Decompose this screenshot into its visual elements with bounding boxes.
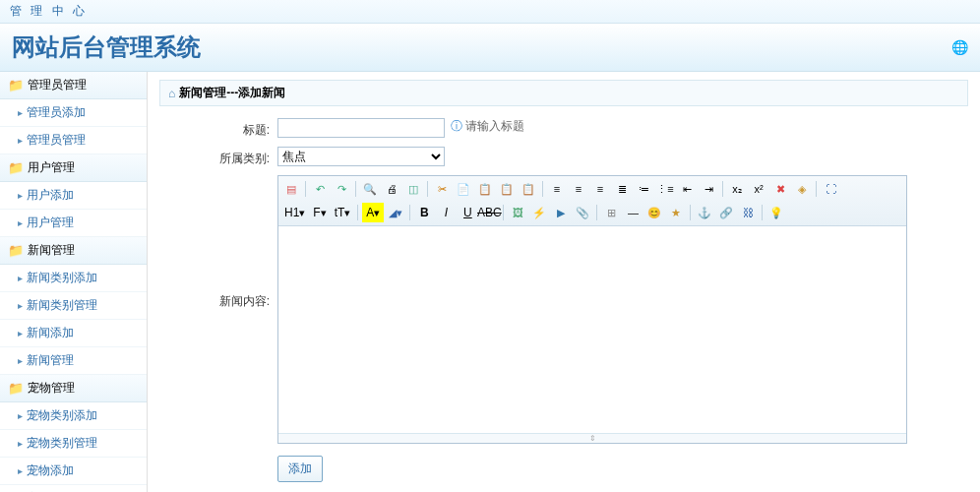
media-icon[interactable]: ▶: [551, 203, 571, 222]
emoji-icon[interactable]: 😊: [644, 203, 664, 222]
sidebar-item-user-add[interactable]: 用户添加: [0, 182, 147, 210]
sidebar-item-pet-manage[interactable]: 宠物管理: [0, 485, 147, 492]
category-select[interactable]: 焦点: [277, 147, 445, 166]
system-title: 网站后台管理系统: [12, 31, 201, 63]
fontsize-select[interactable]: tT▾: [332, 203, 354, 222]
fontfamily-select[interactable]: F▾: [310, 203, 329, 222]
sidebar-item-petcat-add[interactable]: 宠物类别添加: [0, 402, 147, 430]
bgcolor-select[interactable]: ◢▾: [386, 203, 405, 222]
sup-icon[interactable]: x²: [749, 179, 768, 199]
resize-handle[interactable]: ⇕: [278, 433, 906, 443]
special-icon[interactable]: ★: [666, 203, 686, 222]
list-ol-icon[interactable]: ≔: [634, 179, 653, 199]
menu-group-news[interactable]: 📁新闻管理: [0, 237, 147, 265]
home-icon[interactable]: ⌂: [168, 87, 175, 100]
breadcrumb: ⌂ 新闻管理---添加新闻: [159, 80, 968, 106]
italic-icon[interactable]: I: [436, 203, 456, 222]
copy-icon[interactable]: 📄: [454, 179, 473, 199]
template-icon[interactable]: ◫: [403, 179, 423, 199]
sidebar-item-pet-add[interactable]: 宠物添加: [0, 458, 147, 485]
sidebar-item-news-add[interactable]: 新闻添加: [0, 320, 147, 347]
content-label: 新闻内容:: [159, 175, 277, 310]
paste-text-icon[interactable]: 📋: [497, 179, 517, 199]
row-content: 新闻内容: ▤ ↶ ↷ 🔍 🖨 ◫ ✂ 📄 📋 📋 📋: [159, 175, 968, 444]
title-hint: ⓘ请输入标题: [451, 118, 524, 135]
sidebar-item-admin-add[interactable]: 管理员添加: [0, 99, 147, 127]
editor-toolbar: ▤ ↶ ↷ 🔍 🖨 ◫ ✂ 📄 📋 📋 📋 ≡ ≡: [278, 176, 906, 226]
cut-icon[interactable]: ✂: [432, 179, 452, 199]
strike-icon[interactable]: ABC: [479, 203, 499, 222]
menu-group-user[interactable]: 📁用户管理: [0, 154, 147, 182]
indent-icon[interactable]: ⇥: [699, 179, 718, 199]
submit-button[interactable]: 添加: [277, 456, 323, 482]
about-icon[interactable]: 💡: [766, 203, 786, 222]
align-center-icon[interactable]: ≡: [569, 179, 588, 199]
folder-icon: 📁: [8, 381, 24, 396]
redo-icon[interactable]: ↷: [332, 179, 351, 199]
file-icon[interactable]: 📎: [573, 203, 592, 222]
topbar: 管 理 中 心: [0, 0, 980, 24]
title-input[interactable]: [277, 118, 445, 138]
print-icon[interactable]: 🖨: [382, 179, 401, 199]
globe-icon[interactable]: 🌐: [951, 39, 968, 55]
sidebar-item-newscat-manage[interactable]: 新闻类别管理: [0, 292, 147, 320]
fontcolor-select[interactable]: A▾: [362, 203, 384, 222]
sidebar-item-petcat-manage[interactable]: 宠物类别管理: [0, 430, 147, 458]
row-title: 标题: ⓘ请输入标题: [159, 118, 968, 139]
preview-icon[interactable]: 🔍: [360, 179, 380, 199]
menu-group-admin[interactable]: 📁管理员管理: [0, 72, 147, 99]
sidebar-item-user-manage[interactable]: 用户管理: [0, 210, 147, 237]
rich-editor: ▤ ↶ ↷ 🔍 🖨 ◫ ✂ 📄 📋 📋 📋 ≡ ≡: [277, 175, 907, 444]
sidebar-item-newscat-add[interactable]: 新闻类别添加: [0, 265, 147, 292]
align-right-icon[interactable]: ≡: [590, 179, 610, 199]
folder-icon: 📁: [8, 78, 24, 92]
sidebar: 📁管理员管理 管理员添加 管理员管理 📁用户管理 用户添加 用户管理 📁新闻管理…: [0, 72, 148, 492]
image-icon[interactable]: 🖼: [508, 203, 527, 222]
outdent-icon[interactable]: ⇤: [677, 179, 697, 199]
clear-icon[interactable]: ✖: [770, 179, 790, 199]
bold-icon[interactable]: B: [414, 203, 434, 222]
menu-group-pet[interactable]: 📁宠物管理: [0, 375, 147, 402]
paste-icon[interactable]: 📋: [475, 179, 495, 199]
folder-icon: 📁: [8, 243, 24, 258]
source-icon[interactable]: ▤: [281, 179, 301, 199]
sub-icon[interactable]: x₂: [727, 179, 747, 199]
undo-icon[interactable]: ↶: [310, 179, 330, 199]
main-layout: 📁管理员管理 管理员添加 管理员管理 📁用户管理 用户添加 用户管理 📁新闻管理…: [0, 72, 980, 492]
editor-body[interactable]: [278, 226, 906, 433]
sidebar-item-news-manage[interactable]: 新闻管理: [0, 347, 147, 375]
breadcrumb-text: 新闻管理---添加新闻: [179, 85, 285, 101]
unlink-icon[interactable]: ⛓: [738, 203, 758, 222]
header: 网站后台管理系统 🌐: [0, 24, 980, 72]
paste-word-icon[interactable]: 📋: [519, 179, 538, 199]
category-label: 所属类别:: [159, 147, 277, 167]
content-area: ⌂ 新闻管理---添加新闻 标题: ⓘ请输入标题 所属类别: 焦点 新闻内容: …: [148, 72, 980, 492]
select-all-icon[interactable]: ◈: [792, 179, 812, 199]
heading-select[interactable]: H1▾: [281, 203, 308, 222]
info-icon: ⓘ: [451, 118, 462, 135]
anchor-icon[interactable]: ⚓: [695, 203, 714, 222]
table-icon[interactable]: ⊞: [601, 203, 621, 222]
list-ul-icon[interactable]: ⋮≡: [655, 179, 675, 199]
underline-icon[interactable]: U: [458, 203, 477, 222]
topbar-title[interactable]: 管 理 中 心: [10, 4, 88, 18]
align-left-icon[interactable]: ≡: [547, 179, 567, 199]
folder-icon: 📁: [8, 160, 24, 175]
link-icon[interactable]: 🔗: [716, 203, 736, 222]
align-justify-icon[interactable]: ≣: [612, 179, 632, 199]
hr-icon[interactable]: —: [623, 203, 643, 222]
title-label: 标题:: [159, 118, 277, 139]
fullscreen-icon[interactable]: ⛶: [821, 179, 840, 199]
sidebar-item-admin-manage[interactable]: 管理员管理: [0, 127, 147, 154]
flash-icon[interactable]: ⚡: [529, 203, 549, 222]
row-category: 所属类别: 焦点: [159, 147, 968, 167]
